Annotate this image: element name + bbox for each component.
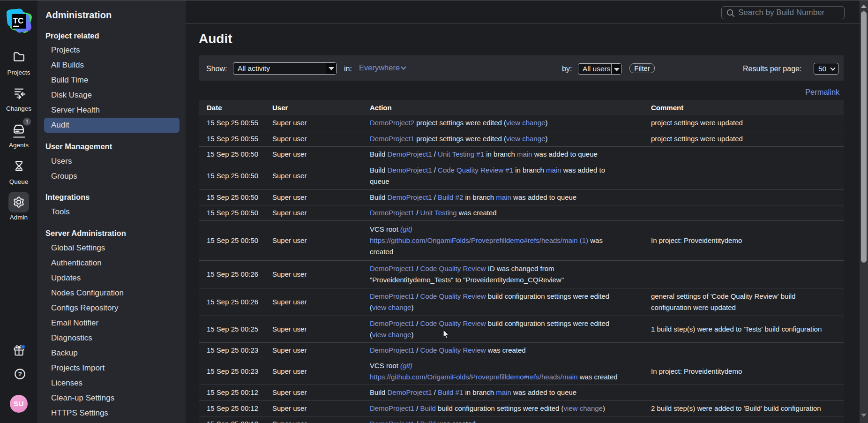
svg-text:?: ? xyxy=(18,370,22,378)
svg-text:TC: TC xyxy=(13,16,24,25)
